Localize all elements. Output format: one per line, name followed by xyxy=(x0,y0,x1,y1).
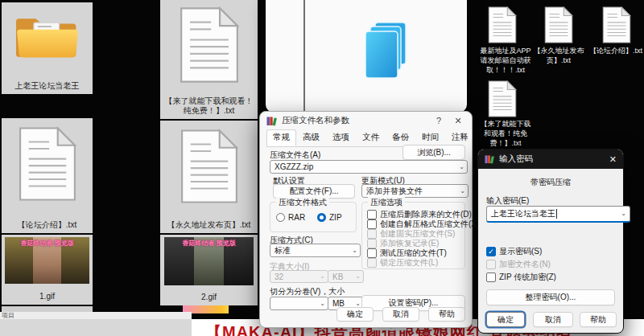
desktop-icon-label[interactable]: 最新地址及APP 请发邮箱自动获 取！！！.txt xyxy=(473,46,538,75)
split-volumes-label: 切分为分卷(V)，大小 xyxy=(270,286,345,297)
gif1-thumbnail: 香菇终结者-预览版 xyxy=(5,237,89,284)
tab-comment[interactable]: 注释 xyxy=(445,129,475,146)
gif1-label: 1.gif xyxy=(4,292,90,301)
tab-general[interactable]: 常规 xyxy=(266,129,296,146)
tab-files[interactable]: 文件 xyxy=(356,129,386,146)
checkbox-icon xyxy=(367,258,377,268)
tab-time[interactable]: 时间 xyxy=(415,129,445,146)
chevron-down-icon: ⌄ xyxy=(352,246,357,253)
desktop-icon-label[interactable]: 【来了就能下载 和观看！纯免 费！】.txt xyxy=(473,119,538,148)
archive-name-label: 压缩文件名(A) xyxy=(270,150,320,161)
encrypt-filenames-checkbox: 加密文件名(N) xyxy=(486,259,551,270)
txt-label: 【论坛介绍】.txt xyxy=(4,220,90,230)
dictionary-unit-combobox: KB⌄ xyxy=(328,270,364,283)
gif2-label: 2.gif xyxy=(163,293,255,302)
compression-options-legend: 压缩选项 xyxy=(368,197,405,208)
partial-tile-strip xyxy=(2,306,93,312)
chevron-down-icon: ⌄ xyxy=(355,272,361,280)
statusbar-left: 项目 xyxy=(0,312,192,319)
close-icon[interactable]: ✕ xyxy=(609,154,617,165)
zip-legacy-encryption-checkbox[interactable]: ZIP 传统加密(Z) xyxy=(486,272,556,283)
tab-advanced[interactable]: 高级 xyxy=(296,129,326,146)
compression-method-combobox[interactable]: 标准⌄ xyxy=(270,244,361,257)
rar-dialog-titlebar[interactable]: 压缩文件名和参数 ? ✕ xyxy=(260,112,472,129)
chevron-down-icon: ⌄ xyxy=(320,272,325,280)
tab-options[interactable]: 选项 xyxy=(326,129,356,146)
ok-button[interactable]: 确定 xyxy=(336,307,374,322)
desktop-item-gif1[interactable]: 香菇终结者-预览版 1.gif xyxy=(2,235,93,305)
organize-passwords-button[interactable]: 整理密码(O)... xyxy=(486,289,615,305)
radio-icon xyxy=(276,213,285,222)
text-file-icon[interactable] xyxy=(602,6,631,43)
explorer-panel xyxy=(266,0,467,113)
folder-icon xyxy=(16,10,79,60)
checkbox-icon xyxy=(486,260,496,269)
rar-dialog-title: 压缩文件名和参数 xyxy=(282,115,427,126)
chevron-down-icon: ⌄ xyxy=(621,210,626,217)
chevron-down-icon: ⌄ xyxy=(355,299,361,306)
archive-format-legend: 压缩文件格式 xyxy=(276,197,329,208)
format-rar-radio[interactable]: RAR xyxy=(276,213,305,222)
enter-password-label: 输入密码(E) xyxy=(486,195,529,207)
archive-format-group: 压缩文件格式 RAR ZIP xyxy=(270,202,357,232)
help-button[interactable]: 帮助 xyxy=(428,307,465,322)
desktop-item-txt-free[interactable]: 【来了就能下载和观看！纯免费！】.txt xyxy=(160,0,258,119)
checkbox-icon xyxy=(486,272,496,282)
panel-divider xyxy=(303,0,305,113)
text-file-icon[interactable] xyxy=(488,6,517,43)
show-password-checkbox[interactable]: ✓ 显示密码(S) xyxy=(486,246,542,257)
dictionary-size-combobox: 32⌄ xyxy=(270,270,328,283)
radio-selected-icon xyxy=(317,213,326,222)
close-icon[interactable]: ✕ xyxy=(451,116,465,126)
winrar-icon xyxy=(485,154,494,164)
copy-files-icon xyxy=(364,21,409,82)
archive-with-password-label: 带密码压缩 xyxy=(478,177,623,188)
text-caret xyxy=(556,209,557,219)
rar-archive-dialog: 压缩文件名和参数 ? ✕ 常规 高级 选项 文件 备份 时间 注释 压缩文件名(… xyxy=(259,111,473,328)
enter-password-dialog: 输入密码 ✕ 带密码压缩 输入密码(E) 上老王论坛当老王 ⌄ ✓ 显示密码(S… xyxy=(477,149,624,334)
folder-label: 上老王论坛当老王 xyxy=(4,81,90,91)
archive-name-combobox[interactable]: XGZZZ.zip⌄ xyxy=(270,160,468,174)
chevron-down-icon: ⌄ xyxy=(460,186,465,194)
format-zip-radio[interactable]: ZIP xyxy=(317,213,342,222)
browse-button[interactable]: 浏览(B)... xyxy=(402,145,465,160)
cancel-button[interactable]: 取消 xyxy=(382,307,419,322)
desktop-item-txt-permaddr[interactable]: 【永久地址发布页】.txt xyxy=(160,121,258,233)
compression-options-group: 压缩选项 压缩后删除原来的文件(D) 创建自解压格式压缩文件(X) 创建固实压缩… xyxy=(361,202,465,269)
help-button[interactable]: 帮助 xyxy=(580,312,617,327)
ok-button[interactable]: 确定 xyxy=(486,312,525,327)
gif2-thumbnail: 香菇终结者-预览版 xyxy=(164,237,254,285)
desktop-icon-label[interactable]: 【永久地址发布 页】.txt xyxy=(530,46,588,65)
option-lock-checkbox: 锁定压缩文件(L) xyxy=(367,257,438,268)
text-file-icon[interactable] xyxy=(544,6,573,43)
desktop-item-txt-intro[interactable]: 【论坛介绍】.txt xyxy=(2,118,93,233)
txt-label: 【永久地址发布页】.txt xyxy=(163,220,255,230)
checkbox-checked-icon: ✓ xyxy=(486,247,496,256)
update-mode-combobox[interactable]: 添加并替换文件⌄ xyxy=(361,184,469,198)
password-dialog-title: 输入密码 xyxy=(499,154,605,165)
password-dialog-titlebar[interactable]: 输入密码 ✕ xyxy=(478,150,623,169)
cancel-button[interactable]: 取消 xyxy=(533,312,573,327)
text-file-icon xyxy=(180,127,238,206)
text-file-icon xyxy=(180,5,239,85)
window-fragment xyxy=(0,319,192,336)
split-size-combobox[interactable]: ⌄ xyxy=(270,297,328,310)
gif1-watermark: 香菇终结者-预览版 xyxy=(5,239,89,248)
txt-label: 【来了就能下载和观看！纯免费！】.txt xyxy=(163,96,255,116)
text-file-icon[interactable] xyxy=(488,80,517,117)
desktop-icon-label[interactable]: 【论坛介绍】.txt xyxy=(584,46,644,55)
text-file-icon xyxy=(19,125,76,203)
help-window-button[interactable]: ? xyxy=(431,116,446,125)
tab-backup[interactable]: 备份 xyxy=(386,129,415,146)
desktop-item-gif2[interactable]: 香菇终结者-预览版 2.gif xyxy=(160,235,258,305)
chevron-down-icon: ⌄ xyxy=(320,299,325,306)
desktop-item-folder[interactable]: 上老王论坛当老王 xyxy=(2,2,93,94)
password-input[interactable]: 上老王论坛当老王 ⌄ xyxy=(486,206,630,223)
gif2-watermark: 香菇终结者-预览版 xyxy=(164,239,254,248)
winrar-icon xyxy=(266,116,277,126)
chevron-down-icon: ⌄ xyxy=(459,162,464,170)
desktop: 上老王论坛当老王 【来了就能下载和观看！纯免费！】.txt 【论坛介绍】.txt… xyxy=(0,0,644,336)
